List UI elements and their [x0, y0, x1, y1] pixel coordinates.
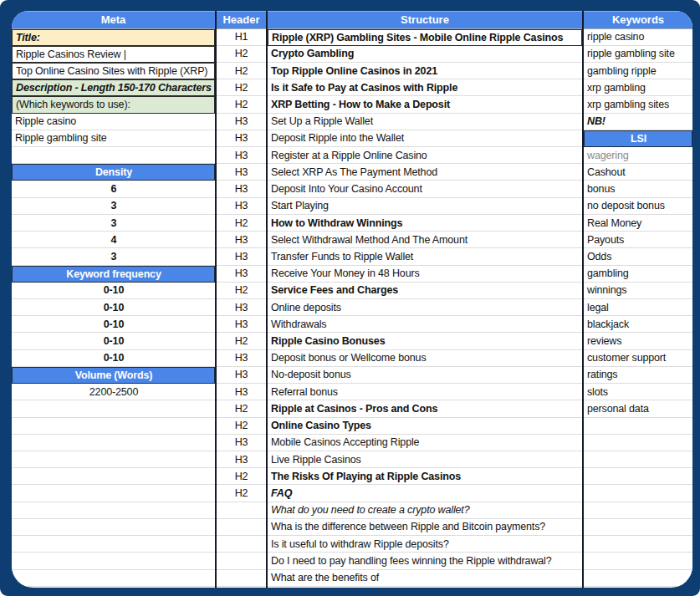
meta-cell[interactable] — [12, 435, 215, 451]
structure-cell[interactable]: Register at a Ripple Online Casino — [268, 147, 582, 164]
structure-cell[interactable]: XRP Betting - How to Make a Deposit — [268, 96, 582, 113]
meta-cell[interactable] — [12, 468, 215, 485]
header-cell[interactable]: H2 — [217, 79, 266, 96]
keyword-cell[interactable]: legal — [584, 299, 692, 316]
structure-cell[interactable]: Set Up a Ripple Wallet — [268, 114, 582, 130]
keyword-cell[interactable] — [584, 451, 692, 468]
keyword-cell[interactable] — [584, 519, 692, 536]
keyword-cell[interactable]: reviews — [584, 333, 692, 349]
meta-cell[interactable]: 0-10 — [12, 283, 215, 299]
header-cell[interactable] — [217, 553, 266, 569]
meta-cell[interactable]: (Which keywords to use): — [12, 96, 215, 113]
structure-cell[interactable]: Ripple Casino Bonuses — [268, 333, 582, 349]
keyword-cell[interactable]: Odds — [584, 248, 692, 265]
structure-cell[interactable]: Is it Safe to Pay at Casinos with Ripple — [268, 79, 582, 96]
meta-cell[interactable] — [12, 485, 215, 502]
header-cell[interactable]: H2 — [217, 96, 266, 113]
meta-cell[interactable] — [12, 536, 215, 553]
keyword-cell[interactable]: gambling — [584, 266, 692, 283]
keyword-cell[interactable]: blackjack — [584, 316, 692, 333]
section-header-cell[interactable]: Keyword frequency — [12, 266, 215, 283]
keyword-cell[interactable]: NB! — [584, 114, 692, 130]
keyword-cell[interactable]: ripple gambling site — [584, 46, 692, 63]
structure-cell[interactable]: Crypto Gambling — [268, 46, 582, 63]
keyword-cell[interactable]: Cashout — [584, 164, 692, 181]
header-cell[interactable]: H3 — [217, 198, 266, 215]
structure-cell[interactable]: Online Casino Types — [268, 418, 582, 435]
meta-cell[interactable]: Ripple Casinos Review | — [12, 46, 215, 63]
header-cell[interactable]: H3 — [217, 266, 266, 283]
header-cell[interactable]: H3 — [217, 147, 266, 164]
header-cell[interactable] — [217, 536, 266, 553]
header-cell[interactable]: H2 — [217, 418, 266, 435]
keyword-cell[interactable] — [584, 536, 692, 553]
keyword-cell[interactable] — [584, 553, 692, 569]
keyword-cell[interactable]: ratings — [584, 367, 692, 384]
header-cell[interactable]: H3 — [217, 181, 266, 197]
structure-cell[interactable]: Top Ripple Online Casinos in 2021 — [268, 63, 582, 79]
meta-cell[interactable]: Top Online Casino Sites with Ripple (XRP… — [12, 63, 215, 79]
meta-cell[interactable] — [12, 451, 215, 468]
structure-cell[interactable]: Online deposits — [268, 299, 582, 316]
keyword-cell[interactable]: xrp gambling sites — [584, 96, 692, 113]
meta-cell[interactable]: 6 — [12, 181, 215, 197]
meta-cell[interactable]: 0-10 — [12, 333, 215, 349]
structure-cell[interactable]: What do you need to create a crypto wall… — [268, 502, 582, 519]
keyword-cell[interactable]: slots — [584, 384, 692, 400]
structure-cell[interactable]: Ripple (XRP) Gambling Sites - Mobile Onl… — [268, 29, 582, 46]
header-cell[interactable] — [217, 519, 266, 536]
header-cell[interactable]: H2 — [217, 283, 266, 299]
keyword-cell[interactable]: Payouts — [584, 232, 692, 248]
structure-cell[interactable]: Mobile Casinos Accepting Ripple — [268, 435, 582, 451]
header-cell[interactable]: H3 — [217, 130, 266, 147]
structure-cell[interactable]: Withdrawals — [268, 316, 582, 333]
keyword-cell[interactable] — [584, 418, 692, 435]
keyword-cell[interactable]: gambling ripple — [584, 63, 692, 79]
structure-cell[interactable]: Start Playing — [268, 198, 582, 215]
header-cell[interactable] — [217, 502, 266, 519]
structure-cell[interactable]: Receive Your Money in 48 Hours — [268, 266, 582, 283]
meta-cell[interactable]: Description - Length 150-170 Characters — [12, 79, 215, 96]
keyword-cell[interactable] — [584, 468, 692, 485]
header-cell[interactable]: H2 — [217, 333, 266, 349]
column-header-header[interactable]: Header — [217, 11, 266, 29]
keyword-cell[interactable]: personal data — [584, 400, 692, 417]
meta-cell[interactable] — [12, 400, 215, 417]
meta-cell[interactable]: Ripple casino — [12, 114, 215, 130]
structure-cell[interactable]: How to Withdraw Winnings — [268, 215, 582, 232]
meta-cell[interactable]: 0-10 — [12, 299, 215, 316]
column-header-meta[interactable]: Meta — [12, 11, 215, 29]
meta-cell[interactable]: 4 — [12, 232, 215, 248]
structure-cell[interactable]: Select Withdrawal Method And The Amount — [268, 232, 582, 248]
keyword-cell[interactable]: bonus — [584, 181, 692, 197]
header-cell[interactable]: H3 — [217, 232, 266, 248]
header-cell[interactable]: H2 — [217, 400, 266, 417]
header-cell[interactable]: H2 — [217, 46, 266, 63]
header-cell[interactable]: H3 — [217, 316, 266, 333]
structure-cell[interactable]: Deposit Into Your Casino Account — [268, 181, 582, 197]
keyword-cell[interactable]: xrp gambling — [584, 79, 692, 96]
section-header-cell[interactable]: Volume (Words) — [12, 367, 215, 384]
keyword-cell[interactable] — [584, 485, 692, 502]
header-cell[interactable]: H3 — [217, 451, 266, 468]
header-cell[interactable]: H3 — [217, 299, 266, 316]
meta-cell[interactable]: Ripple gambling site — [12, 130, 215, 147]
keyword-cell[interactable]: no deposit bonus — [584, 198, 692, 215]
structure-cell[interactable]: Do I need to pay handling fees winning t… — [268, 553, 582, 569]
header-cell[interactable]: H3 — [217, 248, 266, 265]
header-cell[interactable]: H3 — [217, 164, 266, 181]
structure-cell[interactable]: Transfer Funds to Ripple Wallet — [268, 248, 582, 265]
meta-cell[interactable]: 3 — [12, 198, 215, 215]
header-cell[interactable]: H3 — [217, 367, 266, 384]
structure-cell[interactable]: Referral bonus — [268, 384, 582, 400]
section-header-cell[interactable]: Density — [12, 164, 215, 181]
column-header-keywords[interactable]: Keywords — [584, 11, 692, 29]
header-cell[interactable]: H1 — [217, 29, 266, 46]
structure-cell[interactable]: Wha is the difference between Ripple and… — [268, 519, 582, 536]
keyword-cell[interactable]: wagering — [584, 147, 692, 164]
structure-cell[interactable]: Service Fees and Charges — [268, 283, 582, 299]
meta-cell[interactable] — [12, 570, 215, 587]
column-header-structure[interactable]: Structure — [268, 11, 582, 29]
structure-cell[interactable]: Is it useful to withdraw Ripple deposits… — [268, 536, 582, 553]
header-cell[interactable]: H2 — [217, 215, 266, 232]
